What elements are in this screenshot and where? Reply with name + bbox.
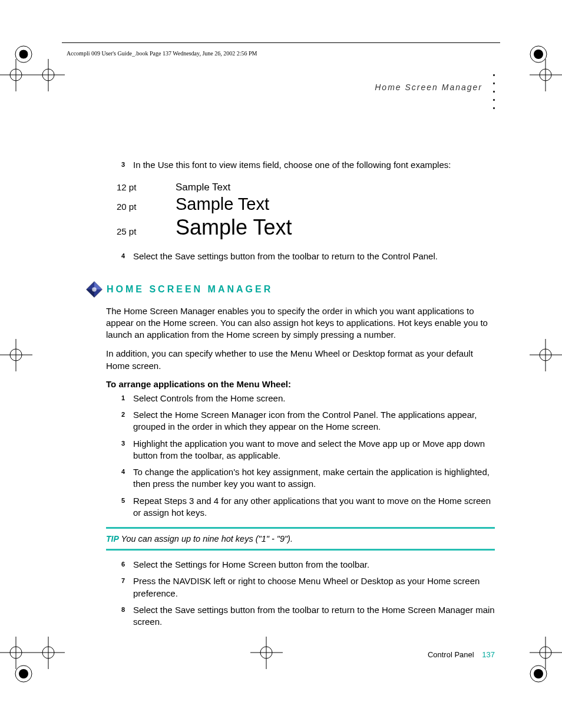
crosshair-icon [0,637,32,669]
diamond-icon [85,281,103,298]
crosshair-icon [0,339,32,371]
step-row: 4To change the application's hot key ass… [106,466,495,490]
step-row: 6Select the Settings for Home Screen but… [106,559,495,571]
font-sample-table: 12 ptSample Text20 ptSample Text25 ptSam… [117,182,495,240]
body-paragraph: In addition, you can specify whether to … [106,348,495,372]
crosshair-icon [530,339,562,371]
font-sample-text: Sample Text [176,215,292,240]
tip-box: TIP You can assign up to nine hot keys (… [106,527,495,551]
crosshair-icon [530,59,562,91]
crosshair-icon [250,637,283,669]
tip-label: TIP [106,534,119,543]
crosshair-icon [32,59,65,91]
step-number: 8 [106,604,133,613]
step-number: 2 [106,409,133,418]
font-size-label: 20 pt [117,202,176,212]
step-row: 4Select the Save settings button from th… [106,251,495,262]
step-number: 4 [106,466,133,475]
step-row: 2Select the Home Screen Manager icon fro… [106,409,495,433]
running-head: Home Screen Manager [375,83,482,92]
step-row: 5Repeat Steps 3 and 4 for any other appl… [106,495,495,519]
step-text: To change the application's hot key assi… [133,466,495,490]
step-number: 6 [106,559,133,568]
section-heading: HOME SCREEN MANAGER [107,284,273,295]
svg-point-39 [92,287,97,292]
section-heading-row: HOME SCREEN MANAGER [85,281,495,298]
font-sample-text: Sample Text [176,195,269,214]
step-row: 8Select the Save settings button from th… [106,604,495,628]
step-row: 3In the Use this font to view items fiel… [106,159,495,171]
font-sample-row: 12 ptSample Text [117,182,495,193]
body-paragraph: The Home Screen Manager enables you to s… [106,305,495,341]
svg-point-8 [534,669,543,678]
step-text: Select the Home Screen Manager icon from… [133,409,495,433]
crosshair-icon [32,637,65,669]
step-number: 5 [106,495,133,504]
font-size-label: 12 pt [117,182,176,192]
page-number: 137 [482,650,495,659]
step-number: 3 [106,159,133,168]
step-number: 7 [106,575,133,584]
page-footer: Control Panel 137 [428,650,495,659]
step-text: Select Controls from the Home screen. [133,393,495,404]
step-number: 3 [106,438,133,447]
svg-point-6 [19,669,28,678]
step-text: Select the Save settings button from the… [133,604,495,628]
step-row: 3Highlight the application you want to m… [106,438,495,462]
font-size-label: 25 pt [117,226,176,236]
step-row: 7 Press the NAVDISK left or right to cho… [106,575,495,599]
print-header: Accompli 009 User's Guide_.book Page 137… [67,50,257,57]
crosshair-icon [530,637,562,669]
page-content: 3In the Use this font to view items fiel… [106,159,495,633]
step-text: In the Use this font to view items field… [133,159,495,171]
step-text: Select the Settings for Home Screen butt… [133,559,495,571]
side-dots [493,74,495,109]
font-sample-row: 20 ptSample Text [117,195,495,214]
svg-point-4 [534,50,543,59]
crosshair-icon [0,59,32,91]
font-sample-row: 25 ptSample Text [117,215,495,240]
step-row: 1Select Controls from the Home screen. [106,393,495,404]
footer-section: Control Panel [428,650,474,659]
step-number: 1 [106,393,133,401]
step-text: Highlight the application you want to mo… [133,438,495,462]
step-number: 4 [106,251,133,259]
step-text: Select the Save settings button from the… [133,251,495,262]
step-text: Press the NAVDISK left or right to choos… [133,575,495,599]
tip-text: You can assign up to nine hot keys ("1" … [119,534,293,543]
font-sample-text: Sample Text [176,182,230,193]
header-rule [62,42,500,43]
step-text: Repeat Steps 3 and 4 for any other appli… [133,495,495,519]
procedure-intro: To arrange applications on the Menu Whee… [106,379,495,389]
